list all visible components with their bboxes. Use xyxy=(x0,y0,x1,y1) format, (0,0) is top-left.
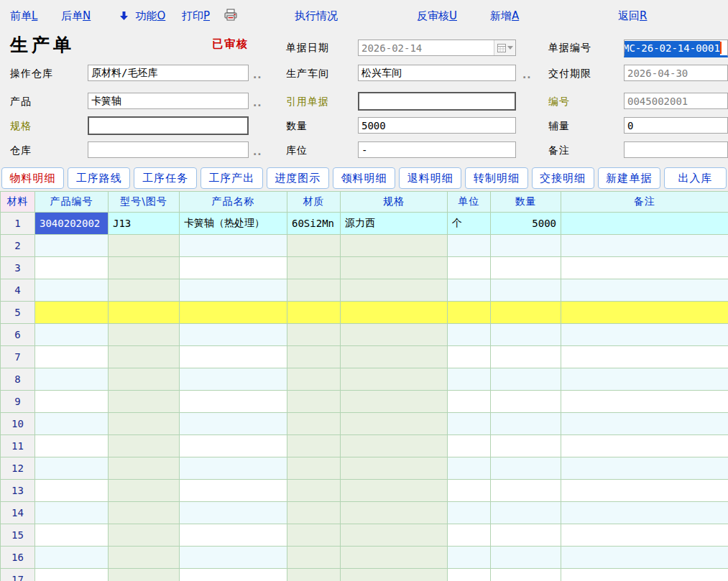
grid-cell[interactable] xyxy=(35,279,109,302)
grid-cell[interactable] xyxy=(180,346,287,368)
grid-cell[interactable] xyxy=(109,457,180,480)
grid-cell[interactable] xyxy=(561,502,728,524)
grid-cell[interactable] xyxy=(109,547,180,569)
tab-button[interactable]: 物料明细 xyxy=(1,167,64,189)
workshop-browse-button[interactable]: .. xyxy=(522,69,532,80)
tab-button[interactable]: 工序产出 xyxy=(201,167,263,189)
grid-cell[interactable] xyxy=(109,435,180,457)
warehouse-browse-button[interactable]: .. xyxy=(253,146,262,157)
doc-no-field[interactable]: MC-26-02-14-0001 xyxy=(624,39,728,57)
grid-cell[interactable] xyxy=(341,413,448,435)
grid-cell[interactable] xyxy=(109,502,180,524)
row-number[interactable]: 7 xyxy=(1,346,35,368)
row-number[interactable]: 3 xyxy=(1,257,35,279)
row-number[interactable]: 9 xyxy=(1,391,35,413)
doc-date-field[interactable]: 2026-02-14 xyxy=(358,39,516,56)
grid-cell[interactable] xyxy=(341,480,448,502)
grid-cell[interactable] xyxy=(180,391,287,413)
grid-cell[interactable] xyxy=(180,257,287,279)
grid-cell[interactable] xyxy=(491,524,561,547)
grid-cell[interactable] xyxy=(561,213,728,235)
grid-cell[interactable] xyxy=(35,457,109,480)
grid-cell[interactable] xyxy=(448,302,491,324)
row-number[interactable]: 6 xyxy=(1,324,35,346)
grid-cell[interactable] xyxy=(35,346,109,368)
grid-cell[interactable] xyxy=(491,547,561,569)
remark-input[interactable] xyxy=(624,141,728,158)
location-input[interactable] xyxy=(358,141,516,158)
menu-exec-status[interactable]: 执行情况 xyxy=(295,9,338,23)
grid-cell[interactable] xyxy=(448,524,491,547)
row-number[interactable]: 10 xyxy=(1,413,35,435)
grid-cell[interactable]: 3040202002 xyxy=(35,213,109,235)
grid-cell[interactable] xyxy=(287,279,341,302)
menu-prev-doc[interactable]: 前单L xyxy=(10,9,37,23)
row-number[interactable]: 15 xyxy=(1,524,35,547)
row-number[interactable]: 4 xyxy=(1,279,35,302)
deadline-input[interactable] xyxy=(624,65,728,81)
grid-cell[interactable] xyxy=(491,279,561,302)
grid-cell[interactable] xyxy=(35,368,109,391)
grid-cell[interactable] xyxy=(109,480,180,502)
row-number[interactable]: 2 xyxy=(1,235,35,257)
grid-cell[interactable] xyxy=(561,257,728,279)
grid-cell[interactable]: 卡簧轴（热处理） xyxy=(180,213,287,235)
grid-cell[interactable] xyxy=(35,302,109,324)
grid-cell[interactable] xyxy=(109,569,180,581)
menu-unaudit[interactable]: 反审核U xyxy=(417,9,457,23)
grid-cell[interactable] xyxy=(341,279,448,302)
menu-add-new[interactable]: 新增A xyxy=(490,9,519,23)
grid-cell[interactable] xyxy=(35,435,109,457)
grid-cell[interactable] xyxy=(491,235,561,257)
row-number[interactable]: 13 xyxy=(1,480,35,502)
grid-cell[interactable] xyxy=(561,413,728,435)
grid-cell[interactable] xyxy=(180,435,287,457)
grid-cell[interactable] xyxy=(448,569,491,581)
grid-cell[interactable] xyxy=(109,368,180,391)
grid-cell[interactable] xyxy=(491,391,561,413)
grid-cell[interactable] xyxy=(341,435,448,457)
grid-cell[interactable] xyxy=(561,279,728,302)
grid-cell[interactable] xyxy=(35,257,109,279)
printer-icon[interactable] xyxy=(224,9,238,24)
grid-cell[interactable] xyxy=(448,502,491,524)
grid-cell[interactable] xyxy=(341,547,448,569)
grid-cell[interactable] xyxy=(561,435,728,457)
grid-cell[interactable] xyxy=(341,346,448,368)
grid-cell[interactable] xyxy=(561,457,728,480)
grid-cell[interactable] xyxy=(287,235,341,257)
op-warehouse-browse-button[interactable]: .. xyxy=(253,69,262,80)
grid-cell[interactable]: J13 xyxy=(109,213,180,235)
tab-button[interactable]: 工序任务 xyxy=(134,167,196,189)
menu-next-doc[interactable]: 后单N xyxy=(61,9,91,23)
grid-cell[interactable] xyxy=(448,368,491,391)
grid-cell[interactable] xyxy=(341,569,448,581)
grid-cell[interactable] xyxy=(448,346,491,368)
grid-cell[interactable] xyxy=(180,480,287,502)
grid-cell[interactable] xyxy=(491,368,561,391)
tab-button[interactable]: 领料明细 xyxy=(333,167,395,189)
grid-cell[interactable] xyxy=(109,524,180,547)
grid-cell[interactable] xyxy=(287,524,341,547)
grid-cell[interactable] xyxy=(287,324,341,346)
menu-print[interactable]: 打印P xyxy=(182,9,210,23)
tab-button[interactable]: 退料明细 xyxy=(399,167,461,189)
grid-cell[interactable] xyxy=(448,413,491,435)
grid-cell[interactable] xyxy=(109,391,180,413)
grid-cell[interactable] xyxy=(287,569,341,581)
grid-cell[interactable] xyxy=(180,502,287,524)
grid-cell[interactable] xyxy=(35,480,109,502)
grid-cell[interactable] xyxy=(491,324,561,346)
workshop-input[interactable] xyxy=(358,65,516,81)
grid-cell[interactable] xyxy=(491,435,561,457)
grid-cell[interactable] xyxy=(448,547,491,569)
grid-cell[interactable] xyxy=(491,480,561,502)
ref-doc-input[interactable] xyxy=(358,92,516,111)
grid-cell[interactable] xyxy=(491,346,561,368)
grid-cell[interactable] xyxy=(491,502,561,524)
grid-cell[interactable] xyxy=(35,502,109,524)
grid-cell[interactable] xyxy=(109,279,180,302)
menu-back[interactable]: 返回R xyxy=(618,9,647,23)
row-number[interactable]: 12 xyxy=(1,457,35,480)
row-number[interactable]: 1 xyxy=(1,213,35,235)
